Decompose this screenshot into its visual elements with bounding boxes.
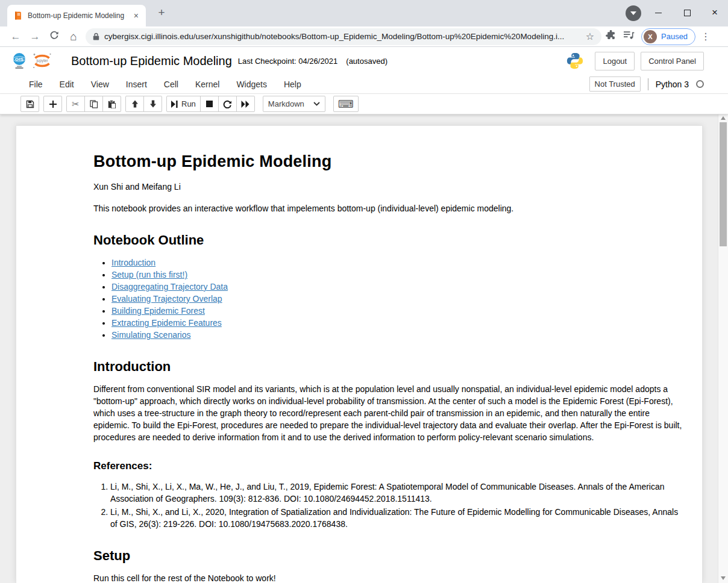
setup-heading: Setup bbox=[93, 548, 683, 564]
media-controls-button[interactable] bbox=[626, 5, 641, 21]
menu-file[interactable]: File bbox=[20, 76, 51, 93]
back-icon[interactable]: ← bbox=[6, 31, 25, 43]
cell-type-select[interactable]: Markdown bbox=[263, 96, 325, 112]
scrollbar-down-icon[interactable] bbox=[721, 576, 726, 580]
summary-line: This notebook provides an interactive wo… bbox=[93, 202, 683, 214]
references-heading: References: bbox=[93, 460, 683, 472]
introduction-heading: Introduction bbox=[93, 359, 683, 375]
menu-insert[interactable]: Insert bbox=[118, 76, 155, 93]
scrollbar-thumb[interactable] bbox=[720, 122, 727, 246]
browser-navbar: ← → ⌂ cybergisx.cigi.illinois.edu/user/x… bbox=[0, 26, 728, 47]
outline-link-setup[interactable]: Setup (run this first!) bbox=[111, 270, 187, 279]
add-cell-button[interactable] bbox=[43, 96, 62, 112]
kernel-name: Python 3 bbox=[656, 80, 689, 89]
move-cell-up-button[interactable] bbox=[125, 96, 144, 112]
setup-paragraph: Run this cell for the rest of the Notebo… bbox=[93, 572, 683, 583]
cybergis-logo-icon: GIS bbox=[11, 52, 28, 70]
notebook-page: Bottom-up Epidemic Modeling Xun Shi and … bbox=[0, 115, 728, 583]
notebook-title[interactable]: Bottom-up Epidemic Modeling bbox=[71, 54, 232, 68]
profile-avatar: X bbox=[644, 30, 657, 43]
restart-kernel-button[interactable] bbox=[218, 96, 237, 112]
menu-cell[interactable]: Cell bbox=[155, 76, 187, 93]
command-palette-button[interactable]: ⌨ bbox=[333, 96, 359, 112]
tab-title: Bottom-up Epidemic Modeling - bbox=[28, 11, 127, 20]
references-list: Li, M., Shi, X., Li, X., Ma, W., He, J.,… bbox=[96, 481, 683, 530]
chevron-down-icon bbox=[313, 102, 320, 106]
logout-button[interactable]: Logout bbox=[595, 52, 635, 70]
menu-help[interactable]: Help bbox=[275, 76, 310, 93]
interrupt-kernel-button[interactable] bbox=[200, 96, 219, 112]
jupyter-menubar: File Edit View Insert Cell Kernel Widget… bbox=[0, 75, 728, 94]
media-playlist-icon[interactable] bbox=[620, 31, 638, 42]
menu-widgets[interactable]: Widgets bbox=[228, 76, 275, 93]
menu-edit[interactable]: Edit bbox=[51, 76, 83, 93]
not-trusted-button[interactable]: Not Trusted bbox=[589, 76, 641, 92]
outline-link-evaluating[interactable]: Evaluating Trajectory Overlap bbox=[111, 294, 222, 304]
page-title: Bottom-up Epidemic Modeling bbox=[93, 152, 683, 171]
page-scrollbar[interactable] bbox=[718, 113, 728, 583]
svg-text:jupyter: jupyter bbox=[36, 58, 48, 63]
tab-close-icon[interactable]: × bbox=[131, 11, 141, 20]
url-bar[interactable]: cybergisx.cigi.illinois.edu/user/xunshig… bbox=[86, 28, 601, 45]
sync-paused-label: Paused bbox=[661, 32, 688, 41]
jupyter-header: GIS jupyter Bottom-up Epidemic Modeling … bbox=[0, 47, 728, 75]
list-item: Building Epidemic Forest bbox=[111, 305, 683, 317]
python-logo-icon bbox=[566, 52, 584, 70]
outline-link-disaggregating[interactable]: Disaggregating Trajectory Data bbox=[111, 282, 228, 292]
new-tab-button[interactable]: + bbox=[154, 6, 169, 19]
stop-icon bbox=[206, 101, 213, 107]
restart-run-all-button[interactable] bbox=[236, 96, 255, 112]
extensions-puzzle-icon[interactable] bbox=[601, 30, 620, 43]
profile-button[interactable]: X Paused bbox=[641, 28, 695, 45]
svg-text:GIS: GIS bbox=[15, 57, 24, 62]
cell-type-value: Markdown bbox=[268, 99, 313, 108]
run-cell-button[interactable]: Run bbox=[166, 96, 201, 112]
browser-menu-icon[interactable]: ⋮ bbox=[698, 31, 714, 42]
kernel-divider bbox=[648, 78, 648, 90]
jupyter-toolbar: ✂ Run Markdown bbox=[0, 94, 728, 114]
list-item: Extracting Epidemic Features bbox=[111, 317, 683, 329]
cut-cell-button[interactable]: ✂ bbox=[66, 96, 85, 112]
introduction-paragraph: Different from conventional SIR model an… bbox=[93, 383, 683, 443]
outline-list: Introduction Setup (run this first!) Dis… bbox=[101, 257, 683, 341]
checkpoint-status: Last Checkpoint: 04/26/2021 bbox=[238, 57, 338, 66]
outline-link-simulating[interactable]: Simulating Scenarios bbox=[111, 330, 191, 340]
run-icon bbox=[171, 101, 178, 108]
authors-line: Xun Shi and Meifang Li bbox=[93, 181, 683, 193]
site-logos[interactable]: GIS jupyter bbox=[11, 52, 53, 70]
bookmark-star-icon[interactable]: ☆ bbox=[586, 31, 594, 42]
window-maximize-button[interactable] bbox=[674, 4, 700, 22]
forward-icon[interactable]: → bbox=[25, 31, 45, 43]
list-item: Introduction bbox=[111, 257, 683, 269]
autosave-status: (autosaved) bbox=[346, 57, 388, 66]
outline-link-extracting[interactable]: Extracting Epidemic Features bbox=[111, 318, 222, 328]
reload-icon[interactable] bbox=[45, 30, 64, 43]
control-panel-button[interactable]: Control Panel bbox=[641, 52, 704, 70]
window-close-button[interactable]: × bbox=[701, 4, 728, 22]
outline-link-building[interactable]: Building Epidemic Forest bbox=[111, 306, 205, 316]
list-item: Disaggregating Trajectory Data bbox=[111, 281, 683, 293]
scissors-icon: ✂ bbox=[72, 99, 80, 110]
keyboard-icon: ⌨ bbox=[338, 99, 354, 110]
browser-tab[interactable]: Bottom-up Epidemic Modeling - × bbox=[7, 5, 146, 26]
menu-kernel[interactable]: Kernel bbox=[187, 76, 228, 93]
list-item: Simulating Scenarios bbox=[111, 329, 683, 341]
outline-link-introduction[interactable]: Introduction bbox=[111, 258, 155, 267]
menu-view[interactable]: View bbox=[83, 76, 118, 93]
run-label: Run bbox=[181, 99, 196, 108]
save-button[interactable] bbox=[20, 96, 39, 112]
move-cell-down-button[interactable] bbox=[143, 96, 162, 112]
kernel-idle-icon bbox=[696, 80, 704, 88]
paste-cell-button[interactable] bbox=[102, 96, 121, 112]
notebook-favicon-icon bbox=[13, 11, 23, 20]
list-item: Setup (run this first!) bbox=[111, 269, 683, 281]
window-minimize-button[interactable] bbox=[645, 4, 671, 22]
reference-item: Li, M., Shi, X., and Li, X., 2020, Integ… bbox=[110, 506, 683, 530]
browser-tab-strip: Bottom-up Epidemic Modeling - × + × bbox=[0, 0, 728, 26]
scrollbar-up-icon[interactable] bbox=[721, 116, 726, 120]
url-text[interactable]: cybergisx.cigi.illinois.edu/user/xunshig… bbox=[104, 32, 581, 41]
home-icon[interactable]: ⌂ bbox=[64, 30, 83, 43]
outline-heading: Notebook Outline bbox=[93, 232, 683, 248]
copy-cell-button[interactable] bbox=[84, 96, 103, 112]
list-item: Evaluating Trajectory Overlap bbox=[111, 293, 683, 305]
